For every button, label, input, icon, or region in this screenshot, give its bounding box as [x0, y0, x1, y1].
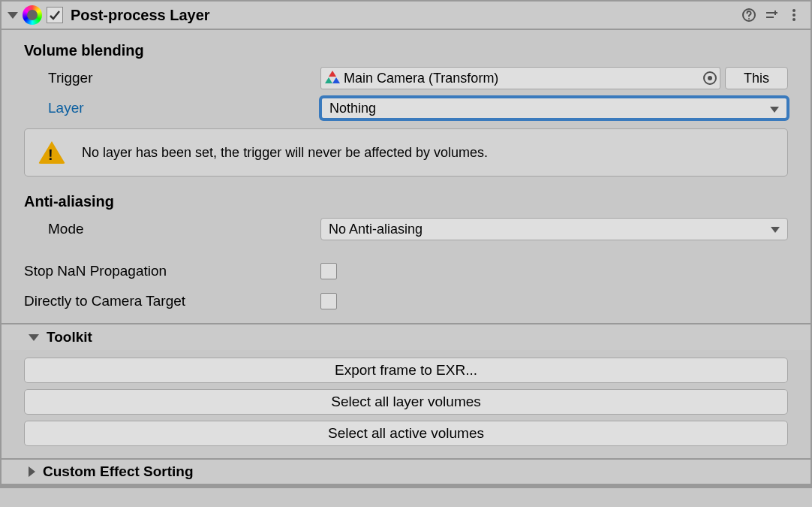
layer-warning-box: No layer has been set, the trigger will …: [24, 128, 788, 177]
layer-dropdown[interactable]: Nothing: [320, 97, 788, 119]
inspector-panel: Post-process Layer Volume blending Trigg…: [0, 0, 812, 488]
expand-icon[interactable]: [29, 466, 35, 477]
postprocess-icon: [23, 5, 42, 25]
menu-icon[interactable]: [783, 5, 804, 26]
select-layer-volumes-button[interactable]: Select all layer volumes: [24, 389, 788, 415]
custom-sort-header[interactable]: Custom Effect Sorting: [2, 458, 810, 485]
aa-mode-label: Mode: [24, 221, 320, 237]
layer-row: Layer Nothing: [24, 95, 788, 121]
trigger-row: Trigger Main Camera (Transform) This: [24, 65, 788, 91]
trigger-label: Trigger: [24, 70, 320, 86]
custom-sort-title: Custom Effect Sorting: [43, 463, 194, 480]
chevron-down-icon: [771, 227, 780, 233]
warning-text: No layer has been set, the trigger will …: [82, 145, 488, 161]
svg-point-1: [748, 18, 750, 20]
collapse-icon[interactable]: [29, 334, 39, 341]
aa-mode-value: No Anti-aliasing: [329, 222, 423, 237]
object-picker-icon[interactable]: [703, 71, 717, 85]
checkmark-icon: [49, 9, 61, 21]
stop-nan-checkbox[interactable]: [320, 263, 337, 279]
help-icon[interactable]: [738, 5, 759, 26]
toolkit-title: Toolkit: [47, 329, 92, 346]
component-enable-checkbox[interactable]: [47, 7, 63, 23]
warning-icon: [38, 141, 65, 164]
anti-aliasing-title: Anti-aliasing: [24, 193, 788, 210]
this-button[interactable]: This: [725, 67, 788, 89]
volume-blending-title: Volume blending: [24, 42, 788, 59]
export-exr-button[interactable]: Export frame to EXR...: [24, 358, 788, 383]
select-active-volumes-button[interactable]: Select all active volumes: [24, 421, 788, 446]
stop-nan-row: Stop NaN Propagation: [24, 258, 788, 284]
layer-value: Nothing: [329, 101, 376, 116]
svg-point-7: [792, 14, 795, 17]
trigger-object-field[interactable]: Main Camera (Transform): [320, 67, 720, 89]
stop-nan-label: Stop NaN Propagation: [24, 263, 320, 279]
aa-mode-dropdown[interactable]: No Anti-aliasing: [320, 218, 788, 240]
component-header[interactable]: Post-process Layer: [2, 0, 810, 30]
direct-camera-label: Directly to Camera Target: [24, 293, 320, 309]
layer-label[interactable]: Layer: [24, 100, 320, 116]
direct-camera-checkbox[interactable]: [320, 293, 337, 309]
transform-icon: [326, 71, 339, 85]
component-title: Post-process Layer: [71, 7, 210, 24]
svg-point-6: [792, 9, 795, 12]
component-body: Volume blending Trigger Main Camera (Tra…: [2, 30, 810, 314]
direct-camera-row: Directly to Camera Target: [24, 288, 788, 314]
trigger-value: Main Camera (Transform): [344, 71, 498, 86]
toolkit-body: Export frame to EXR... Select all layer …: [2, 350, 810, 458]
svg-point-8: [792, 18, 795, 21]
aa-mode-row: Mode No Anti-aliasing: [24, 216, 788, 242]
collapse-icon[interactable]: [8, 12, 18, 19]
toolkit-header[interactable]: Toolkit: [2, 323, 810, 350]
chevron-down-icon: [770, 107, 779, 113]
preset-icon[interactable]: [761, 5, 782, 26]
